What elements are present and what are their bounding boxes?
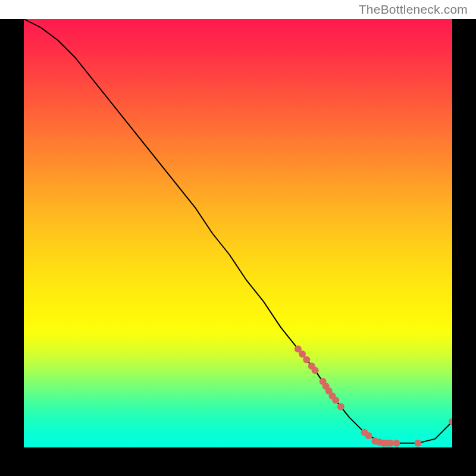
data-marker: [299, 350, 306, 358]
chart-svg: [24, 19, 452, 447]
data-marker: [393, 440, 400, 447]
data-marker: [303, 356, 310, 363]
data-marker: [312, 367, 319, 374]
left-margin: [0, 19, 24, 447]
data-marker: [414, 440, 421, 447]
data-marker: [337, 403, 345, 411]
chart-stage: TheBottleneck.com: [0, 0, 476, 476]
header-bar: TheBottleneck.com: [0, 0, 476, 19]
bottom-margin: [0, 447, 476, 476]
plot-area: [24, 19, 452, 447]
right-margin: [452, 19, 476, 447]
data-marker: [365, 432, 372, 439]
data-markers: [295, 345, 452, 446]
bottleneck-curve: [24, 19, 452, 443]
data-marker: [332, 397, 339, 404]
brand-text: TheBottleneck.com: [359, 2, 468, 17]
